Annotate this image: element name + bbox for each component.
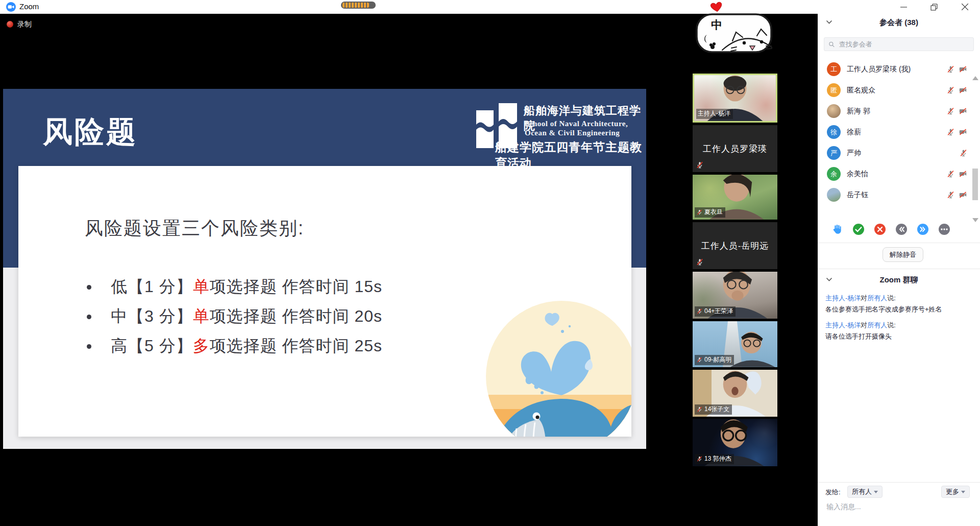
participant-row[interactable]: 新海 郭 [818, 101, 971, 122]
shared-screen-slide: 风险题 船舶海洋与建筑工程学院 School of Naval Architec… [3, 89, 646, 449]
camera-muted-icon [958, 170, 968, 178]
sticker-char: 中 [711, 18, 722, 31]
video-tile[interactable]: 工作人员-岳明远 [693, 222, 777, 269]
participant-row[interactable]: 匿 匿名观众 [818, 80, 971, 101]
participant-row[interactable]: 严 严帅 [818, 142, 971, 163]
restore-icon [930, 4, 938, 11]
mic-muted-icon [946, 190, 955, 199]
video-tile[interactable]: 09-郝高明 [693, 321, 777, 367]
send-to-select[interactable]: 所有人 [847, 486, 883, 498]
close-icon [962, 4, 968, 10]
video-tile[interactable]: 04+王荣泽 [693, 272, 777, 319]
scrollbar-thumb[interactable] [972, 169, 978, 200]
search-box[interactable] [824, 37, 974, 51]
whale-illustration [485, 300, 631, 437]
more-menu-button[interactable]: 更多 [941, 486, 970, 498]
participant-row[interactable]: 岳子钰 [818, 184, 971, 205]
participant-row[interactable]: 工 工作人员罗梁瑛 (我) [818, 59, 971, 80]
faster-button[interactable] [917, 223, 929, 235]
no-x-button[interactable] [874, 223, 886, 235]
mic-muted-icon [946, 65, 955, 74]
chat-title: Zoom 群聊 [818, 275, 980, 285]
participant-name: 新海 郭 [847, 107, 946, 116]
nonverbal-feedback-row [818, 223, 980, 236]
participant-list: 工 工作人员罗梁瑛 (我) 匿 匿名观众 新海 郭 徐 [818, 59, 971, 205]
chat-send-row: 发给: 所有人 更多 [818, 486, 980, 499]
mic-muted-icon [959, 149, 968, 157]
slide-title: 风险题 [43, 112, 138, 152]
scroll-down-icon[interactable] [972, 218, 978, 222]
mic-muted-icon [946, 107, 955, 115]
camera-muted-icon [958, 107, 968, 115]
recording-label: 录制 [17, 20, 32, 29]
scroll-up-icon[interactable] [972, 76, 978, 80]
chat-message: 主持人-杨洋对所有人说: 请各位选手打开摄像头 [825, 321, 972, 341]
chat-message-body: 请各位选手打开摄像头 [825, 332, 972, 341]
video-tile-host[interactable]: 主持人-杨洋 [693, 74, 777, 123]
chat-sender-line: 主持人-杨洋对所有人说: [825, 321, 972, 330]
bullet-item: 低【1 分】单项选择题 作答时间 15s [87, 272, 382, 302]
window-title: Zoom [19, 2, 39, 11]
participant-name: 余美怡 [847, 170, 946, 179]
slide-content-card: 风险题设置三个风险类别: 低【1 分】单项选择题 作答时间 15s 中【3 分】… [18, 166, 631, 437]
avatar: 徐 [827, 125, 841, 139]
video-label: 13 郭仲杰 [695, 454, 734, 464]
school-name-en-line1: School of Naval Architecture, [525, 119, 628, 128]
participant-name: 工作人员罗梁瑛 (我) [847, 65, 946, 74]
video-tile[interactable]: 工作人员罗梁瑛 [693, 125, 777, 172]
video-tile[interactable]: 夏衣旦 [693, 175, 777, 220]
avatar: 严 [827, 146, 841, 160]
bullet-item: 中【3 分】单项选择题 作答时间 20s [87, 302, 382, 331]
unmute-button[interactable]: 解除静音 [883, 247, 923, 262]
yes-check-button[interactable] [852, 223, 865, 235]
video-label: 04+王荣泽 [695, 306, 736, 317]
video-label: 主持人-杨洋 [696, 109, 733, 119]
mic-muted-icon [696, 308, 703, 315]
participant-name: 匿名观众 [847, 86, 946, 95]
zoom-app-icon [6, 2, 16, 12]
mic-muted-icon [946, 128, 955, 136]
minimize-icon [900, 4, 907, 10]
camera-muted-icon [958, 128, 968, 136]
raise-hand-button[interactable] [831, 223, 843, 235]
participant-row[interactable]: 徐 徐薪 [818, 122, 971, 142]
video-label: 14张子文 [695, 404, 732, 415]
close-button[interactable] [952, 0, 977, 14]
more-reactions-button[interactable] [938, 223, 950, 235]
search-icon [828, 41, 835, 48]
mic-muted-icon [696, 258, 704, 266]
school-name-en-line2: Ocean & Civil Engineering [525, 129, 620, 137]
camera-muted-icon [958, 65, 968, 74]
participants-panel: 参会者 (38) 工 工作人员罗梁瑛 (我) 匿 匿名观众 新海 郭 [818, 14, 980, 526]
restore-button[interactable] [921, 0, 947, 14]
camera-muted-icon [958, 86, 968, 94]
mic-muted-icon [696, 406, 703, 413]
participant-scrollbar[interactable] [971, 74, 980, 222]
avatar: 余 [827, 167, 841, 181]
bullet-dot [87, 285, 91, 290]
mic-muted-icon [696, 456, 703, 462]
video-tile[interactable]: 14张子文 [693, 370, 777, 417]
send-to-label: 发给: [825, 488, 841, 497]
bullet-list: 低【1 分】单项选择题 作答时间 15s 中【3 分】单项选择题 作答时间 20… [87, 272, 382, 361]
participant-name: 徐薪 [847, 128, 946, 137]
camera-muted-icon [958, 190, 968, 199]
divider [818, 269, 980, 269]
chat-input[interactable] [825, 502, 970, 511]
chevron-down-icon [874, 491, 878, 493]
minimize-button[interactable] [891, 0, 916, 14]
title-bar: Zoom [0, 0, 980, 14]
recording-icon [7, 21, 13, 28]
video-name: 工作人员罗梁瑛 [703, 143, 767, 155]
video-label: 夏衣旦 [695, 207, 725, 218]
slower-button[interactable] [895, 223, 908, 235]
search-input[interactable] [838, 40, 969, 49]
video-tile[interactable]: 13 郭仲杰 [693, 419, 777, 466]
participant-name: 岳子钰 [847, 190, 946, 200]
mic-muted-icon [946, 170, 955, 178]
slide-heading: 风险题设置三个风险类别: [85, 216, 304, 241]
chat-sender-line: 主持人-杨洋对所有人说: [825, 294, 972, 303]
participant-row[interactable]: 余 余美怡 [818, 163, 971, 184]
avatar [827, 104, 841, 118]
avatar: 匿 [827, 83, 841, 97]
